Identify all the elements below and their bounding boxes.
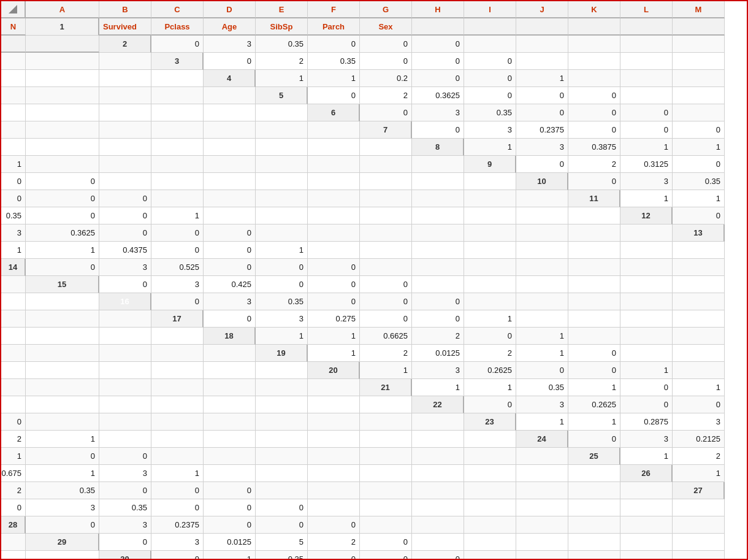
row-num-27[interactable]: 27	[673, 482, 725, 499]
data-cell-r15-M[interactable]	[1, 293, 26, 310]
data-cell-r25-B[interactable]: 2	[673, 448, 725, 465]
data-cell-r16-K[interactable]	[673, 293, 725, 310]
data-cell-r29-F[interactable]: 0	[360, 534, 412, 551]
data-cell-r3-D[interactable]: 0	[360, 53, 412, 70]
data-cell-r15-I[interactable]	[516, 276, 568, 293]
data-cell-r17-H[interactable]	[568, 310, 620, 328]
data-cell-r21-G[interactable]	[1, 396, 26, 413]
data-cell-r26-A[interactable]: 1	[673, 465, 725, 482]
data-cell-r14-D[interactable]: 0	[204, 259, 256, 276]
data-cell-r17-F[interactable]: 1	[464, 310, 516, 328]
row-num-1[interactable]: 1	[26, 18, 99, 36]
data-cell-r7-D[interactable]: 0	[568, 121, 620, 139]
data-cell-r13-J[interactable]	[464, 242, 516, 259]
data-cell-r29-L[interactable]	[673, 534, 725, 551]
data-cell-r22-H[interactable]	[99, 413, 151, 431]
data-cell-r2-L[interactable]	[1, 53, 26, 70]
row-num-18[interactable]: 18	[204, 328, 256, 345]
data-cell-r24-I[interactable]	[256, 448, 308, 465]
data-cell-r11-E[interactable]: 0	[99, 207, 151, 224]
data-cell-r2-D[interactable]: 0	[308, 36, 360, 53]
data-cell-r26-I[interactable]	[360, 482, 412, 499]
data-cell-r22-N[interactable]	[412, 413, 464, 431]
data-cell-r19-J[interactable]	[26, 362, 99, 379]
data-cell-r7-B[interactable]: 3	[464, 121, 516, 139]
data-cell-r27-E[interactable]: 0	[204, 499, 256, 516]
data-cell-r5-K[interactable]	[99, 104, 151, 121]
data-cell-r12-E[interactable]: 0	[151, 224, 204, 242]
data-cell-r17-G[interactable]	[516, 310, 568, 328]
data-cell-r15-L[interactable]	[673, 276, 725, 293]
data-cell-r18-F[interactable]: 1	[516, 328, 568, 345]
row-num-24[interactable]: 24	[516, 431, 568, 448]
data-cell-r28-D[interactable]: 0	[204, 516, 256, 534]
data-cell-r23-H[interactable]	[151, 431, 204, 448]
data-cell-r5-N[interactable]	[256, 104, 308, 121]
data-cell-r15-G[interactable]	[412, 276, 464, 293]
data-cell-r7-N[interactable]	[360, 139, 412, 156]
data-cell-r23-C[interactable]: 0.2875	[620, 413, 673, 431]
data-cell-r16-C[interactable]: 0.35	[256, 293, 308, 310]
col-header-N[interactable]: N	[1, 18, 26, 36]
data-cell-r24-D[interactable]: 1	[1, 448, 26, 465]
data-cell-r12-G[interactable]	[256, 224, 308, 242]
data-cell-r20-F[interactable]: 1	[620, 362, 673, 379]
data-cell-r11-A[interactable]: 1	[620, 190, 673, 207]
data-cell-r10-H[interactable]	[204, 190, 256, 207]
data-cell-r20-A[interactable]: 1	[360, 362, 412, 379]
data-cell-r9-M[interactable]	[412, 173, 464, 190]
data-cell-r15-C[interactable]: 0.425	[204, 276, 256, 293]
data-cell-r28-A[interactable]: 0	[26, 516, 99, 534]
data-cell-r21-E[interactable]: 0	[620, 379, 673, 396]
data-cell-r29-H[interactable]	[464, 534, 516, 551]
data-cell-r4-B[interactable]: 1	[308, 70, 360, 87]
data-cell-r5-L[interactable]	[151, 104, 204, 121]
data-cell-r29-C[interactable]: 0.0125	[204, 534, 256, 551]
data-cell-r4-G[interactable]	[568, 70, 620, 87]
col-header-A[interactable]: A	[26, 1, 99, 18]
data-cell-r4-J[interactable]	[1, 87, 26, 104]
data-cell-r11-D[interactable]: 0	[26, 207, 99, 224]
data-cell-r25-G[interactable]	[204, 465, 256, 482]
row-num-10[interactable]: 10	[516, 173, 568, 190]
data-cell-r19-E[interactable]: 1	[516, 345, 568, 362]
data-cell-r28-I[interactable]	[464, 516, 516, 534]
data-cell-r3-L[interactable]	[26, 70, 99, 87]
data-cell-r14-M[interactable]	[673, 259, 725, 276]
data-cell-r24-J[interactable]	[308, 448, 360, 465]
data-cell-r7-F[interactable]: 0	[673, 121, 725, 139]
data-cell-r23-I[interactable]	[204, 431, 256, 448]
data-cell-r25-L[interactable]	[464, 465, 516, 482]
data-cell-r26-F[interactable]: 0	[204, 482, 256, 499]
data-cell-r26-B[interactable]: 2	[1, 482, 26, 499]
data-cell-r11-L[interactable]	[464, 207, 516, 224]
data-cell-r3-H[interactable]	[568, 53, 620, 70]
data-cell-r2-G[interactable]	[464, 36, 516, 53]
data-cell-r14-H[interactable]	[412, 259, 464, 276]
data-cell-r28-F[interactable]: 0	[308, 516, 360, 534]
data-cell-r12-L[interactable]	[516, 224, 568, 242]
data-cell-r27-D[interactable]: 0	[151, 499, 204, 516]
data-cell-r21-L[interactable]	[256, 396, 308, 413]
data-cell-r26-E[interactable]: 0	[151, 482, 204, 499]
data-cell-r21-K[interactable]	[204, 396, 256, 413]
data-cell-r20-H[interactable]	[1, 379, 26, 396]
data-cell-r12-D[interactable]: 0	[99, 224, 151, 242]
data-cell-r14-L[interactable]	[620, 259, 673, 276]
data-cell-r19-I[interactable]	[1, 362, 26, 379]
data-cell-r14-I[interactable]	[464, 259, 516, 276]
data-cell-r26-L[interactable]	[516, 482, 568, 499]
data-cell-r27-H[interactable]	[360, 499, 412, 516]
data-cell-r9-C[interactable]: 0.3125	[620, 156, 673, 173]
data-cell-r26-C[interactable]: 0.35	[26, 482, 99, 499]
data-cell-r18-G[interactable]	[568, 328, 620, 345]
row-num-19[interactable]: 19	[256, 345, 308, 362]
row-num-20[interactable]: 20	[308, 362, 360, 379]
data-cell-r18-L[interactable]	[99, 345, 151, 362]
row-num-8[interactable]: 8	[412, 139, 464, 156]
row-num-12[interactable]: 12	[620, 207, 673, 224]
data-cell-r30-E[interactable]: 0	[360, 551, 412, 559]
data-cell-r14-A[interactable]: 0	[26, 259, 99, 276]
data-cell-r22-A[interactable]: 0	[464, 396, 516, 413]
row-num-23[interactable]: 23	[464, 413, 516, 431]
